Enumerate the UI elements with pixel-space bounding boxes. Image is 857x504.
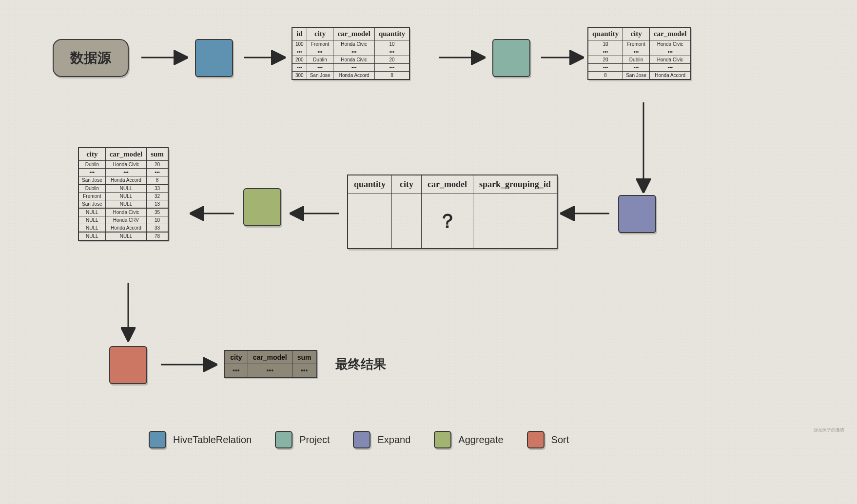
- legend-swatch-teal: [275, 431, 292, 448]
- legend-label: Sort: [551, 434, 569, 446]
- legend: HiveTableRelation Project Expand Aggrega…: [149, 431, 569, 448]
- arrows-layer: [0, 0, 857, 504]
- legend-swatch-green: [434, 431, 451, 448]
- legend-project: Project: [275, 431, 330, 448]
- legend-hive: HiveTableRelation: [149, 431, 252, 448]
- legend-aggregate: Aggregate: [434, 431, 503, 448]
- legend-label: Project: [299, 434, 330, 446]
- legend-label: Aggregate: [458, 434, 503, 446]
- legend-swatch-red: [527, 431, 545, 448]
- legend-label: Expand: [377, 434, 410, 446]
- legend-sort: Sort: [527, 431, 569, 448]
- legend-label: HiveTableRelation: [173, 434, 252, 446]
- legend-swatch-purple: [353, 431, 370, 448]
- legend-swatch-blue: [149, 431, 166, 448]
- legend-expand: Expand: [353, 431, 410, 448]
- watermark: @元闰子的邀请: [814, 427, 844, 433]
